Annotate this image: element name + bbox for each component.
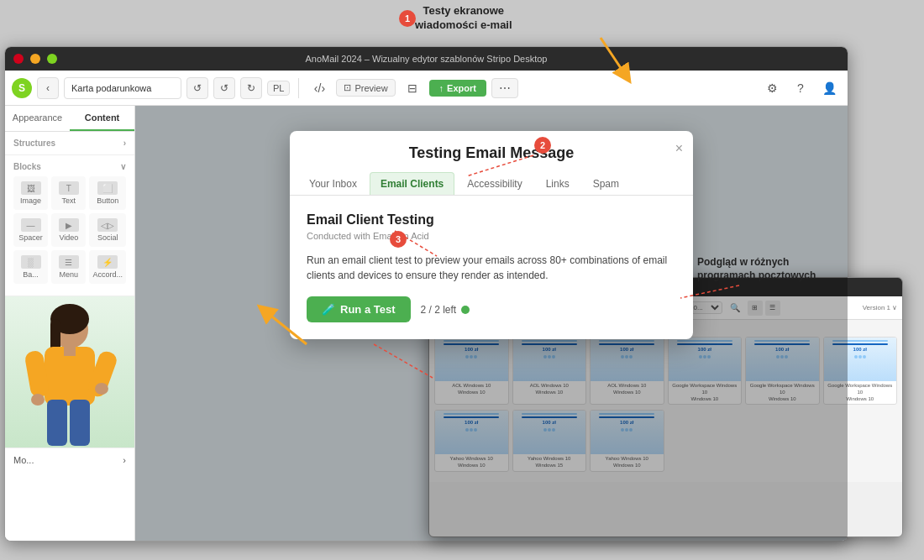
modal-tab-bar: Your Inbox Email Clients Accessibility L… (290, 172, 693, 196)
modal-tab-links[interactable]: Links (535, 172, 580, 195)
modal-tab-accessibility[interactable]: Accessibility (456, 172, 533, 195)
menu-block-label: Menu (60, 270, 79, 279)
preview-icon: ⊡ (344, 82, 351, 93)
banner-block-label: Ba... (23, 270, 39, 279)
woman-svg (15, 301, 124, 447)
export-label: Export (447, 83, 476, 93)
sidebar-tab-content[interactable]: Content (70, 106, 134, 131)
copy-button[interactable]: ⊟ (401, 76, 424, 100)
svg-point-9 (31, 394, 45, 406)
block-banner[interactable]: ░ Ba... (13, 250, 48, 284)
upload-icon: ↑ (439, 83, 444, 93)
modal-tab-email-clients[interactable]: Email Clients (370, 172, 454, 195)
undo-button[interactable]: ↺ (186, 77, 208, 99)
blocks-section: Blocks ∨ 🖼 Image T Text ⬜ Button (5, 155, 134, 296)
image-block-label: Image (20, 196, 41, 205)
blocks-header[interactable]: Blocks ∨ (13, 162, 126, 171)
share-button[interactable]: ⋯ (491, 78, 518, 98)
testing-email-modal: Testing Email Message × Your Inbox Email… (290, 131, 693, 339)
run-test-button[interactable]: 🧪 Run a Test (307, 296, 411, 322)
svg-point-10 (95, 383, 108, 395)
video-block-icon: ▶ (59, 218, 79, 232)
svg-rect-8 (70, 400, 90, 446)
flask-icon: 🧪 (322, 303, 335, 316)
sidebar-tab-bar: Appearance Content (5, 106, 134, 132)
modal-actions: 🧪 Run a Test 2 / 2 left (307, 296, 676, 322)
block-spacer[interactable]: — Spacer (13, 213, 48, 247)
minimize-window-btn[interactable] (30, 54, 40, 64)
tests-left-text: 2 / 2 left (421, 304, 457, 316)
content-canvas: Testing Email Message × Your Inbox Email… (135, 106, 848, 541)
block-accordion[interactable]: ⚡ Accord... (89, 250, 126, 284)
modal-body-description: Run an email client test to preview your… (307, 253, 676, 283)
main-toolbar: S ‹ ↺ ↺ ↻ PL ‹/› ⊡ Preview ⊟ ↑ Export ⋯ … (5, 71, 848, 106)
sidebar-more-button[interactable]: Mo... › (5, 447, 134, 472)
undo2-button[interactable]: ↺ (213, 77, 235, 99)
svg-rect-4 (64, 344, 76, 356)
modal-tab-inbox[interactable]: Your Inbox (298, 172, 368, 195)
sidebar-tab-appearance[interactable]: Appearance (5, 106, 70, 131)
sidebar: Appearance Content Structures › Blocks ∨… (5, 106, 135, 541)
app-logo: S (12, 78, 32, 98)
accordion-block-label: Accord... (92, 270, 123, 279)
block-video[interactable]: ▶ Video (51, 213, 86, 247)
version-chevron: ∨ (892, 304, 897, 311)
toolbar-separator (298, 78, 299, 98)
window-title: AnoMail 2024 – Wizualny edytor szablonów… (57, 54, 795, 64)
main-app-window: AnoMail 2024 – Wizualny edytor szablonów… (4, 46, 848, 542)
block-image[interactable]: 🖼 Image (13, 176, 48, 210)
text-block-label: Text (62, 196, 76, 205)
button-block-label: Button (97, 196, 118, 205)
block-text[interactable]: T Text (51, 176, 86, 210)
modal-body-subtitle: Conducted with Email on Acid (307, 231, 676, 241)
code-button[interactable]: ‹/› (307, 76, 331, 100)
profile-button[interactable]: 👤 (817, 76, 841, 100)
callout-bubble-1: 1 (399, 10, 416, 27)
modal-header: Testing Email Message × (290, 131, 693, 162)
callout-1-text: Testy ekranowewiadomości e-mail (415, 4, 512, 33)
version-label: Version 1 (863, 304, 890, 311)
spacer-block-icon: — (21, 218, 41, 232)
blocks-chevron: ∨ (120, 162, 126, 171)
structures-section: Structures › (5, 132, 134, 155)
block-social[interactable]: ◁▷ Social (89, 213, 126, 247)
export-button[interactable]: ↑ Export (429, 80, 486, 97)
modal-body: Email Client Testing Conducted with Emai… (290, 196, 693, 339)
language-selector[interactable]: PL (267, 81, 290, 96)
tests-left-indicator (461, 306, 470, 314)
more-chevron: › (123, 455, 126, 465)
close-window-btn[interactable] (13, 54, 24, 64)
run-test-label: Run a Test (340, 303, 396, 316)
title-bar-controls (13, 54, 57, 64)
callout-1-number: 1 (405, 13, 410, 24)
svg-rect-7 (47, 400, 67, 446)
settings-button[interactable]: ⚙ (760, 76, 784, 100)
modal-title: Testing Email Message (307, 144, 676, 162)
template-name-input[interactable] (64, 77, 181, 99)
text-block-icon: T (59, 181, 79, 195)
blocks-grid: 🖼 Image T Text ⬜ Button — Spacer (13, 171, 126, 289)
menu-block-icon: ☰ (59, 255, 79, 269)
structures-header[interactable]: Structures › (13, 139, 126, 148)
modal-close-button[interactable]: × (675, 141, 683, 156)
main-area: Appearance Content Structures › Blocks ∨… (5, 106, 848, 541)
toolbar-right: ⚙ ? 👤 (760, 76, 841, 100)
button-block-icon: ⬜ (97, 181, 118, 195)
blocks-label: Blocks (13, 162, 41, 171)
maximize-window-btn[interactable] (47, 54, 57, 64)
block-button[interactable]: ⬜ Button (89, 176, 126, 210)
more-label: Mo... (13, 455, 34, 465)
modal-overlay: Testing Email Message × Your Inbox Email… (135, 106, 848, 541)
modal-tab-spam[interactable]: Spam (582, 172, 630, 195)
accordion-block-icon: ⚡ (97, 255, 118, 269)
tests-left-info: 2 / 2 left (421, 304, 470, 316)
preview-button[interactable]: ⊡ Preview (336, 79, 395, 97)
spacer-block-label: Spacer (18, 233, 43, 242)
back-button[interactable]: ‹ (37, 77, 59, 99)
help-button[interactable]: ? (789, 76, 812, 100)
redo-button[interactable]: ↻ (240, 77, 262, 99)
sidebar-woman-graphic (5, 296, 134, 447)
version-selector[interactable]: Version 1 ∨ (863, 304, 897, 311)
video-block-label: Video (59, 233, 78, 242)
block-menu[interactable]: ☰ Menu (51, 250, 86, 284)
